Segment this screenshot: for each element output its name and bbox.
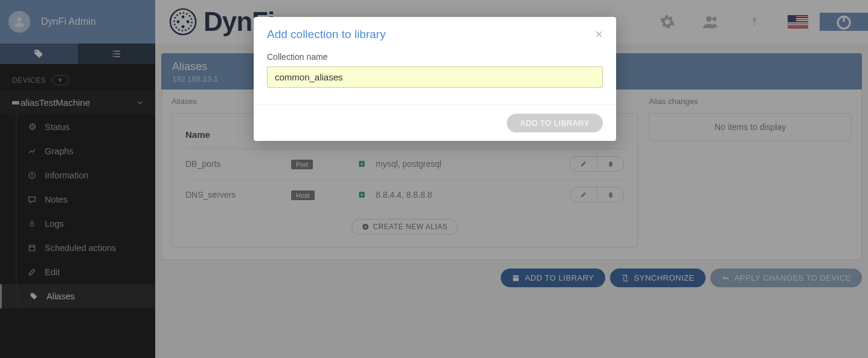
modal-title: Add collection to library — [267, 28, 385, 41]
close-icon[interactable]: × — [595, 28, 603, 41]
btn-label: ADD TO LIBRARY — [520, 119, 590, 128]
collection-name-input[interactable] — [267, 67, 603, 88]
modal-add-button[interactable]: ADD TO LIBRARY — [507, 114, 603, 132]
add-collection-modal: Add collection to library × Collection n… — [254, 17, 616, 141]
collection-name-label: Collection name — [267, 52, 603, 62]
